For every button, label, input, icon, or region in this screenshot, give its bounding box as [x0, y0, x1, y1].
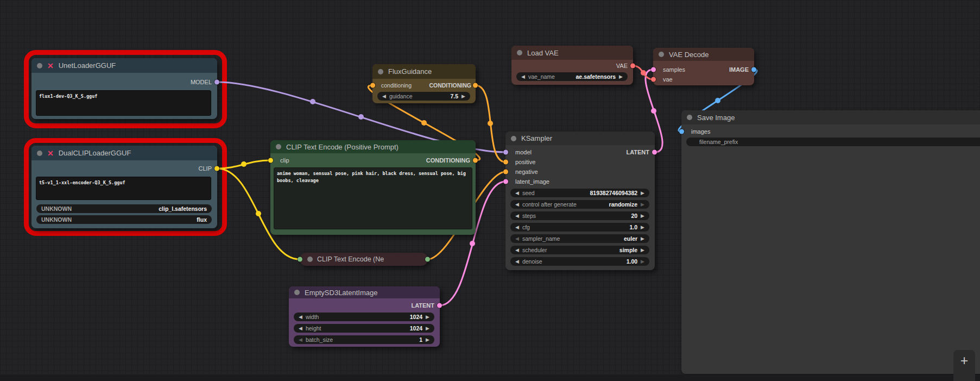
dualcliploadergguf-node[interactable]: ✕ DualCLIPLoaderGGUF CLIP t5-v1_1-xxl-en… — [31, 146, 217, 228]
arrow-right-icon[interactable]: ▶ — [641, 224, 644, 230]
arrow-left-icon[interactable]: ◀ — [515, 236, 519, 241]
clip-text-encode-positive-node[interactable]: CLIP Text Encode (Positive Prompt) clip … — [270, 140, 476, 235]
arrow-right-icon[interactable]: ▶ — [426, 326, 429, 331]
arrow-left-icon[interactable]: ◀ — [515, 259, 519, 264]
positive-input-port[interactable] — [503, 160, 508, 165]
guidance-widget[interactable]: ◀ guidance 7.5 ▶ — [377, 92, 470, 101]
arrow-left-icon[interactable]: ◀ — [515, 247, 519, 253]
vae-decode-node[interactable]: VAE Decode samples IMAGE vae — [653, 48, 754, 85]
arrow-left-icon[interactable]: ◀ — [515, 224, 519, 230]
latent-output-port[interactable] — [652, 150, 657, 155]
arrow-right-icon[interactable]: ▶ — [641, 190, 644, 196]
width-widget[interactable]: ◀ width 1024 ▶ — [294, 313, 434, 321]
unetloadergguf-node[interactable]: ✕ UnetLoaderGGUF MODEL flux1-dev-Q3_K_S.… — [31, 58, 217, 119]
fluxguidance-node[interactable]: FluxGuidance conditioning CONDITIONING ◀… — [372, 64, 476, 103]
conditioning-output-port[interactable] — [473, 158, 478, 163]
emptysd3latentimage-node[interactable]: EmptySD3LatentImage LATENT ◀ width 1024 … — [289, 286, 440, 347]
denoise-widget[interactable]: ◀ denoise 1.00 ▶ — [510, 257, 649, 266]
clip-type-widget[interactable]: UNKNOWN clip_l.safetensors — [36, 204, 212, 213]
unetloadergguf-header[interactable]: ✕ UnetLoaderGGUF — [31, 58, 217, 73]
conditioning-output-port[interactable] — [473, 83, 478, 88]
clip-output-port[interactable] — [214, 166, 219, 171]
conditioning-input-port[interactable] — [370, 83, 375, 88]
save-image-node[interactable]: Save Image images filename_prefix — [681, 110, 980, 374]
load-vae-node[interactable]: Load VAE VAE ◀ vae_name ae.safetensors ▶ — [511, 46, 633, 85]
steps-widget[interactable]: ◀ steps 20 ▶ — [510, 211, 649, 220]
zoom-out-button[interactable]: − — [953, 371, 975, 381]
samples-input-port[interactable] — [651, 67, 656, 72]
arrow-left-icon[interactable]: ◀ — [515, 190, 519, 196]
vae-output-port[interactable] — [630, 64, 635, 68]
scheduler-widget[interactable]: ◀ scheduler simple ▶ — [510, 246, 649, 254]
arrow-right-icon[interactable]: ▶ — [619, 74, 623, 79]
save-image-header[interactable]: Save Image — [681, 110, 980, 124]
images-input-port[interactable] — [679, 129, 684, 134]
load-vae-header[interactable]: Load VAE — [511, 46, 633, 60]
emptysd3latentimage-header[interactable]: EmptySD3LatentImage — [289, 286, 440, 298]
collapse-dot-icon[interactable] — [517, 50, 522, 55]
clip-name-widget[interactable]: t5-v1_1-xxl-encoder-Q3_K_S.gguf — [36, 177, 211, 200]
collapse-dot-icon[interactable] — [687, 115, 692, 120]
arrow-right-icon[interactable]: ▶ — [641, 236, 644, 241]
collapsed-output-port[interactable] — [425, 257, 430, 262]
collapse-dot-icon[interactable] — [276, 144, 281, 149]
clip-input-port[interactable] — [268, 158, 273, 163]
arrow-left-icon[interactable]: ◀ — [521, 74, 525, 79]
arrow-right-icon[interactable]: ▶ — [641, 202, 644, 207]
arrow-left-icon[interactable]: ◀ — [299, 337, 302, 342]
cfg-widget[interactable]: ◀ cfg 1.0 ▶ — [510, 223, 649, 232]
arrow-left-icon[interactable]: ◀ — [515, 202, 519, 207]
model-input-port[interactable] — [503, 150, 508, 155]
height-widget[interactable]: ◀ height 1024 ▶ — [294, 324, 434, 333]
collapse-dot-icon[interactable] — [511, 136, 516, 141]
collapsed-input-port[interactable] — [298, 257, 302, 262]
collapse-dot-icon[interactable] — [378, 69, 383, 74]
arrow-left-icon[interactable]: ◀ — [299, 326, 302, 331]
collapse-dot-icon[interactable] — [307, 257, 313, 262]
error-x-icon: ✕ — [47, 61, 54, 70]
sampler-name-widget[interactable]: ◀ sampler_name euler ▶ — [510, 234, 649, 243]
batch-size-widget[interactable]: ◀ batch_size 1 ▶ — [294, 335, 434, 344]
control-after-generate-widget[interactable]: ◀ control after generate randomize ▶ — [510, 200, 649, 209]
vae-name-widget[interactable]: ◀ vae_name ae.safetensors ▶ — [516, 72, 628, 81]
latent-image-input-port[interactable] — [503, 179, 508, 184]
dualcliploadergguf-header[interactable]: ✕ DualCLIPLoaderGGUF — [31, 146, 217, 160]
filename-prefix-widget[interactable]: filename_prefix — [686, 138, 980, 146]
arrow-right-icon[interactable]: ▶ — [426, 314, 429, 320]
arrow-right-icon[interactable]: ▶ — [641, 259, 644, 264]
widget-label: UNKNOWN — [41, 216, 72, 223]
collapse-dot-icon[interactable] — [294, 290, 300, 295]
clip-positive-header[interactable]: CLIP Text Encode (Positive Prompt) — [270, 140, 476, 153]
node-title: KSampler — [521, 134, 552, 142]
latent-output-port[interactable] — [437, 303, 442, 308]
conditioning-output-label: CONDITIONING — [426, 157, 470, 164]
arrow-right-icon[interactable]: ▶ — [641, 247, 644, 253]
ksampler-node[interactable]: KSampler model LATENT positive negative … — [505, 132, 655, 270]
widget-value: 1024 — [410, 314, 422, 320]
image-output-port[interactable] — [751, 67, 756, 72]
collapse-dot-icon[interactable] — [37, 63, 42, 68]
node-graph-canvas[interactable]: ✕ UnetLoaderGGUF MODEL flux1-dev-Q3_K_S.… — [0, 0, 980, 381]
arrow-right-icon[interactable]: ▶ — [461, 93, 465, 99]
collapse-dot-icon[interactable] — [37, 151, 42, 156]
prompt-text-widget[interactable]: anime woman, sensual pose, pink hair, bl… — [274, 167, 472, 229]
zoom-in-button[interactable]: + — [953, 350, 975, 371]
model-output-port[interactable] — [214, 80, 219, 85]
seed-widget[interactable]: ◀ seed 819382746094382 ▶ — [510, 189, 649, 197]
clip-type2-widget[interactable]: UNKNOWN flux — [36, 215, 212, 224]
arrow-left-icon[interactable]: ◀ — [382, 93, 386, 99]
arrow-left-icon[interactable]: ◀ — [299, 314, 302, 320]
ksampler-header[interactable]: KSampler — [505, 132, 655, 145]
arrow-right-icon[interactable]: ▶ — [426, 337, 429, 342]
negative-input-port[interactable] — [503, 170, 508, 174]
unet-name-widget[interactable]: flux1-dev-Q3_K_S.gguf — [36, 90, 211, 116]
node-title: FluxGuidance — [388, 67, 432, 76]
widget-value: euler — [624, 235, 637, 242]
vae-decode-header[interactable]: VAE Decode — [653, 48, 754, 61]
arrow-left-icon[interactable]: ◀ — [515, 213, 519, 218]
clip-text-encode-negative-node-collapsed[interactable]: CLIP Text Encode (Ne — [300, 253, 428, 266]
vae-input-port[interactable] — [651, 77, 656, 82]
fluxguidance-header[interactable]: FluxGuidance — [372, 64, 476, 79]
arrow-right-icon[interactable]: ▶ — [641, 213, 644, 218]
collapse-dot-icon[interactable] — [659, 52, 664, 57]
